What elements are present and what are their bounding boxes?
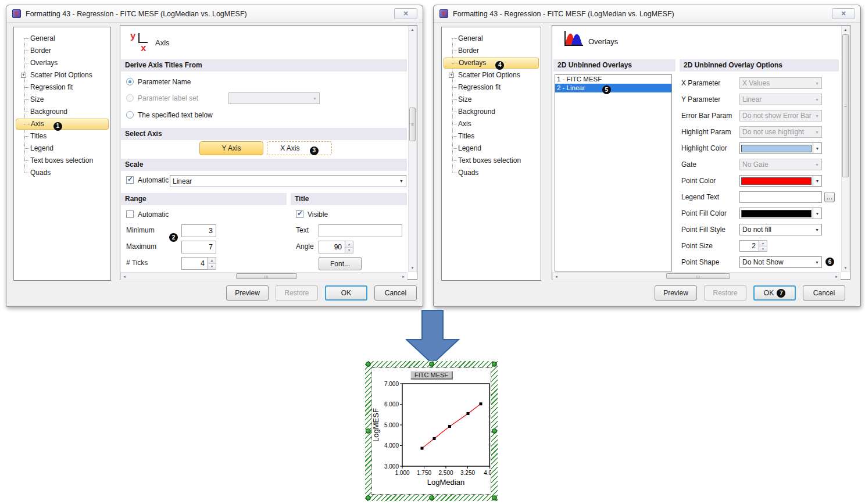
cancel-button[interactable]: Cancel: [374, 285, 417, 301]
sidebar-item-legend[interactable]: Legend: [16, 143, 109, 154]
tree-expand-icon[interactable]: +: [21, 73, 26, 78]
sidebar-item-titles[interactable]: Titles: [444, 131, 539, 142]
selection-handle[interactable]: [492, 428, 497, 434]
highlight-color-select[interactable]: ▼: [739, 142, 822, 154]
x-parameter-select[interactable]: X Values▼: [739, 77, 822, 89]
sidebar-item-axis[interactable]: Axis: [444, 119, 539, 130]
ok-button[interactable]: OK: [325, 285, 367, 301]
point-shape-select[interactable]: Do Not Show▼: [739, 256, 822, 268]
point-size-input[interactable]: [739, 240, 759, 252]
selection-handle[interactable]: [492, 495, 497, 501]
scroll-down-icon[interactable]: ▼: [842, 266, 849, 270]
title-text-input[interactable]: [319, 224, 402, 237]
preview-button[interactable]: Preview: [226, 285, 269, 301]
sidebar-item-quads[interactable]: Quads: [444, 167, 539, 178]
sidebar-item-text-boxes-selection[interactable]: Text boxes selection: [444, 155, 539, 166]
sidebar-item-border[interactable]: Border: [16, 45, 109, 56]
horizontal-scrollbar[interactable]: ◄ ||| ►: [120, 272, 408, 280]
scroll-up-icon[interactable]: ▲: [842, 28, 849, 31]
scale-type-select[interactable]: Linear▼: [170, 175, 406, 187]
maximum-input[interactable]: [181, 241, 216, 253]
sidebar-item-scatter-plot-options[interactable]: +Scatter Plot Options: [444, 70, 539, 81]
sidebar-item-general[interactable]: General: [444, 33, 539, 44]
scroll-left-icon[interactable]: ◄: [123, 275, 126, 278]
scroll-up-icon[interactable]: ▲: [409, 28, 416, 31]
point-fill-style-select[interactable]: Do not fill▼: [739, 224, 822, 235]
sidebar-item-regression-fit[interactable]: Regression fit: [444, 82, 539, 93]
sidebar-item-overlays[interactable]: Overlays: [16, 58, 109, 69]
sidebar-item-scatter-plot-options[interactable]: +Scatter Plot Options: [16, 70, 109, 81]
title-visible-checkbox[interactable]: Visible: [296, 210, 328, 219]
sidebar-item-background[interactable]: Background: [444, 106, 539, 117]
spin-down-icon[interactable]: ▼: [759, 246, 767, 252]
spin-up-icon[interactable]: ▲: [759, 241, 767, 246]
x-axis-button[interactable]: X Axis 3: [267, 141, 332, 155]
scrollbar-thumb[interactable]: ≡: [842, 34, 849, 177]
spin-up-icon[interactable]: ▲: [345, 241, 353, 247]
angle-input[interactable]: [319, 241, 345, 253]
chart-object[interactable]: FITC MESF 3.0004.0005.0006.0007.0001.000…: [365, 361, 498, 501]
scroll-right-icon[interactable]: ►: [835, 275, 838, 278]
left-titlebar[interactable]: Formatting 43 - Regression - FITC MESF (…: [6, 5, 423, 23]
selection-handle[interactable]: [366, 428, 371, 434]
font-button[interactable]: Font...: [319, 257, 362, 270]
sidebar-item-background[interactable]: Background: [16, 106, 109, 117]
minimum-input[interactable]: [181, 224, 216, 237]
cancel-button[interactable]: Cancel: [803, 285, 845, 301]
range-automatic-checkbox[interactable]: Automatic: [126, 210, 169, 219]
scrollbar-thumb[interactable]: ≡: [409, 108, 416, 141]
restore-button[interactable]: Restore: [276, 285, 318, 301]
legend-text-more-button[interactable]: ...: [824, 192, 835, 202]
sidebar-item-axis[interactable]: Axis1: [16, 119, 109, 130]
sidebar-item-general[interactable]: General: [16, 33, 109, 44]
scroll-left-icon[interactable]: ◄: [555, 275, 558, 278]
highlight-param-select[interactable]: Do not use highlight▼: [739, 126, 822, 138]
parameter-name-radio[interactable]: Parameter Name: [126, 78, 191, 86]
parameter-label-set-radio[interactable]: Parameter label set: [126, 94, 198, 102]
close-icon[interactable]: ✕: [394, 8, 417, 19]
close-icon[interactable]: ✕: [832, 8, 855, 19]
legend-text-input[interactable]: [739, 191, 822, 203]
selection-handle[interactable]: [366, 362, 371, 367]
sidebar-item-quads[interactable]: Quads: [16, 167, 109, 178]
sidebar-item-legend[interactable]: Legend: [444, 143, 539, 154]
error-bar-param-select[interactable]: Do not show Error Bar▼: [739, 110, 822, 121]
y-axis-button[interactable]: Y Axis: [199, 141, 263, 155]
selection-handle[interactable]: [492, 362, 497, 367]
point-fill-color-select[interactable]: ▼: [739, 208, 822, 219]
sidebar-item-border[interactable]: Border: [444, 45, 539, 56]
y-parameter-select[interactable]: Linear▼: [739, 94, 822, 105]
preview-button[interactable]: Preview: [655, 285, 697, 301]
vertical-scrollbar[interactable]: ▲ ≡ ▼: [841, 26, 850, 272]
selection-handle[interactable]: [366, 495, 371, 501]
specified-text-radio[interactable]: The specified text below: [126, 111, 213, 119]
point-color-select[interactable]: ▼: [739, 175, 822, 187]
sidebar-item-text-boxes-selection[interactable]: Text boxes selection: [16, 155, 109, 166]
ok-button[interactable]: OK 7: [753, 285, 796, 301]
sidebar-item-titles[interactable]: Titles: [16, 131, 109, 142]
horizontal-scrollbar[interactable]: ◄ ||| ►: [552, 272, 841, 280]
spin-down-icon[interactable]: ▼: [208, 263, 216, 270]
scroll-right-icon[interactable]: ►: [402, 275, 405, 278]
spin-down-icon[interactable]: ▼: [345, 247, 353, 253]
restore-button[interactable]: Restore: [704, 285, 746, 301]
vertical-scrollbar[interactable]: ▲ ≡ ▼: [408, 26, 417, 272]
sidebar-item-overlays[interactable]: Overlays4: [444, 58, 539, 69]
spin-up-icon[interactable]: ▲: [208, 258, 216, 263]
scrollbar-thumb[interactable]: |||: [666, 273, 730, 279]
selection-handle[interactable]: [429, 495, 434, 501]
list-item-fitc-mesf[interactable]: 1 - FITC MESF: [555, 75, 671, 84]
scroll-down-icon[interactable]: ▼: [409, 266, 416, 270]
sidebar-item-size[interactable]: Size: [444, 94, 539, 105]
parameter-label-set-select[interactable]: ▼: [228, 92, 320, 104]
scrollbar-thumb[interactable]: |||: [236, 273, 297, 279]
sidebar-item-regression-fit[interactable]: Regression fit: [16, 82, 109, 93]
scale-automatic-checkbox[interactable]: Automatic: [126, 176, 169, 184]
list-item-linear[interactable]: 2 - Linear 5: [555, 84, 671, 92]
right-titlebar[interactable]: Formatting 43 - Regression - FITC MESF (…: [434, 5, 860, 23]
selection-handle[interactable]: [429, 362, 434, 367]
tree-expand-icon[interactable]: +: [449, 73, 454, 78]
ticks-input[interactable]: [181, 257, 208, 270]
sidebar-item-size[interactable]: Size: [16, 94, 109, 105]
gate-select[interactable]: No Gate▼: [739, 159, 822, 170]
